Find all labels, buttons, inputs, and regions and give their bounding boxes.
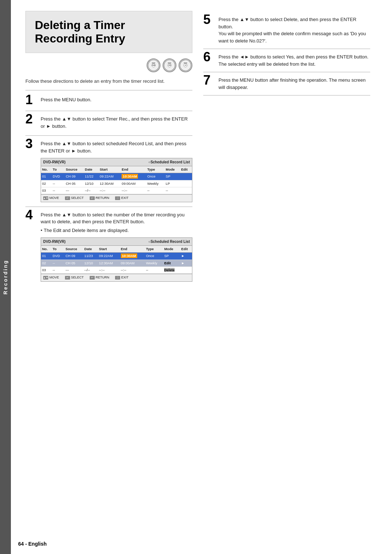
step-1-content: Press the MENU button. [41, 95, 192, 106]
step-7-number: 7 [203, 74, 214, 91]
record-list-2: DVD-RW(VR) ○Scheduled Record List No. To… [41, 237, 192, 282]
cell-date: 11/22 [84, 173, 99, 180]
record-list-2-header: DVD-RW(VR) ○Scheduled Record List [41, 238, 192, 246]
step-1: 1 Press the MENU button. [25, 95, 192, 111]
cell-source: CH 09 [64, 253, 83, 260]
left-column: Deleting a Timer Recording Entry DVD -RA… [25, 11, 192, 543]
cell-start: 12:30AM [98, 260, 120, 266]
step-2-content: Press the ▲▼ button to select Timer Rec.… [41, 114, 192, 131]
step-1-text: Press the MENU button. [41, 96, 192, 103]
col-date: Date [83, 246, 98, 253]
cell-no: 02 [41, 260, 52, 266]
cell-source: --- [64, 266, 83, 273]
step-3-number: 3 [25, 137, 36, 202]
footer-exit-label: EXIT [121, 196, 128, 201]
cell-no: 01 [41, 253, 52, 260]
step-4-number: 4 [25, 208, 36, 282]
cell-mode: -- [165, 187, 180, 194]
footer-select-label-2: SELECT [71, 275, 84, 280]
select-icon-2: ↵ [65, 276, 70, 280]
move-icon: ▲▼ [43, 196, 48, 200]
step-3-text: Press the ▲▼ button to select scheduled … [41, 140, 192, 154]
cell-type: -- [146, 187, 165, 194]
col-edit: Edit [180, 166, 192, 173]
cell-start: --:-- [98, 266, 120, 273]
cell-source: CH 05 [64, 260, 83, 266]
step-6: 6 Press the ◄► buttons to select Yes, an… [203, 52, 370, 72]
table-row: 02 -- CH 05 12/10 12:30AM 09:00AM Weekly… [41, 180, 192, 187]
cell-start: 09:22AM [99, 173, 121, 180]
step-5-bullet: You will be prompted with the delete con… [219, 30, 370, 44]
footer-select: ↵ SELECT [65, 196, 84, 201]
col-source: Source [64, 246, 83, 253]
cell-end: 10:30AM [120, 253, 145, 260]
cell-no: 02 [41, 180, 52, 187]
step-6-content: Press the ◄► buttons to select Yes, and … [219, 52, 370, 68]
divider-intro [25, 90, 192, 90]
cell-to: DVD [52, 173, 65, 180]
cell-date: 12/10 [83, 260, 98, 266]
page-title: Deleting a Timer Recording Entry [35, 19, 183, 45]
col-type: Type [146, 166, 165, 173]
footer-return-label: RETURN [96, 196, 110, 201]
col-end: End [121, 166, 146, 173]
cell-mode: SP [163, 253, 180, 260]
record-list-1-footer: ▲▼ MOVE ↵ SELECT ↩ RETURN [41, 194, 192, 202]
cell-to: -- [52, 266, 64, 273]
disc-icons-container: DVD -RAM DVD -RW DVD [25, 58, 192, 72]
cell-mode: SP [165, 173, 180, 180]
record-list-2-header-left: DVD-RW(VR) [43, 239, 65, 244]
col-no: No. [41, 166, 52, 173]
table-row: 01 DVD CH 09 11/22 09:22AM 10:30AM Once … [41, 173, 192, 180]
svg-text:-RW: -RW [168, 65, 171, 66]
col-edit: Edit [180, 246, 192, 253]
col-end: End [120, 246, 145, 253]
col-no: No. [41, 246, 52, 253]
cell-end: 09:00AM [120, 260, 145, 266]
step-5-number: 5 [203, 13, 214, 44]
col-mode: Mode [163, 246, 180, 253]
table-row: 01 DVD CH 09 11/23 09:22AM 10:30AM Once … [41, 253, 192, 260]
side-tab: Recording [0, 0, 11, 554]
cell-to: DVD [52, 253, 64, 260]
record-list-1-header: DVD-RW(VR) ○Scheduled Record List [41, 158, 192, 166]
step-4-text: Press the ▲▼ button to select the number… [41, 211, 192, 225]
step-6-number: 6 [203, 50, 214, 68]
cell-edit-val [180, 187, 192, 194]
step-1-number: 1 [25, 93, 36, 106]
record-list-2-footer: ▲▼ MOVE ↵ SELECT ↩ RETURN [41, 274, 192, 281]
svg-text:+R: +R [185, 65, 187, 66]
right-column: 5 Press the ▲▼ button to select Delete, … [203, 11, 370, 543]
cell-end: --:-- [121, 187, 146, 194]
cell-end: 10:30AM [121, 173, 146, 180]
record-list-1-header-right: ○Scheduled Record List [148, 159, 190, 165]
exit-icon-2: □ [115, 276, 120, 280]
cell-end: --:-- [120, 266, 145, 273]
cell-type: Once [145, 253, 163, 260]
step-5: 5 Press the ▲▼ button to select Delete, … [203, 15, 370, 49]
disc-icon-dvd-r: DVD +R [179, 58, 192, 72]
exit-icon: □ [115, 196, 120, 200]
footer-exit-2: □ EXIT [115, 275, 128, 280]
cell-edit-val [180, 266, 192, 273]
cell-date: 12/10 [84, 180, 99, 187]
cell-start: 12:30AM [99, 180, 121, 187]
return-icon: ↩ [90, 196, 95, 200]
footer-exit: □ EXIT [115, 196, 128, 201]
record-table-1: No. To Source Date Start End Type Mode E… [41, 166, 192, 194]
record-list-1-header-left: DVD-RW(VR) [43, 159, 65, 165]
cell-start: --:-- [99, 187, 121, 194]
step-2-text: Press the ▲▼ button to select Timer Rec.… [41, 115, 192, 130]
step-5-content: Press the ▲▼ button to select Delete, an… [219, 15, 370, 44]
footer-return: ↩ RETURN [90, 196, 110, 201]
step-6-bullet: The selected entry will be deleted from … [219, 61, 370, 68]
col-to: To [52, 166, 65, 173]
step-4-bullet: The Edit and Delete items are displayed. [41, 227, 192, 234]
col-start: Start [99, 166, 121, 173]
cell-end: 09:00AM [121, 180, 146, 187]
move-icon-2: ▲▼ [43, 276, 48, 280]
cell-edit-val [180, 173, 192, 180]
title-block: Deleting a Timer Recording Entry [25, 11, 192, 53]
cell-no: 03 [41, 187, 52, 194]
cell-to: -- [52, 260, 64, 266]
